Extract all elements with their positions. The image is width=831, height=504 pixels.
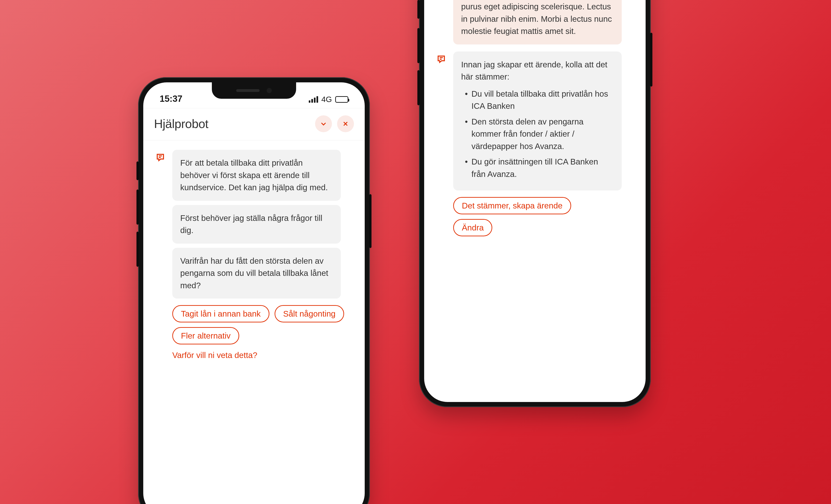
phone-side-button bbox=[418, 70, 420, 105]
bot-avatar bbox=[154, 151, 167, 164]
quick-reply-option[interactable]: Sålt någonting bbox=[275, 305, 344, 322]
quick-reply-group: Tagit lån i annan bank Sålt någonting Fl… bbox=[172, 305, 354, 345]
bot-message-group: Innan jag skapar ett ärende, kolla att d… bbox=[435, 52, 635, 191]
phone-screen: purus eget adipiscing scelerisque. Lectu… bbox=[424, 0, 646, 402]
minimize-button[interactable] bbox=[315, 115, 332, 132]
confirmation-item: Den största delen av pengarna kommer frå… bbox=[463, 116, 614, 153]
confirmation-list: Du vill betala tillbaka ditt privatlån h… bbox=[461, 88, 614, 180]
network-label: 4G bbox=[321, 95, 332, 104]
quick-reply-option[interactable]: Tagit lån i annan bank bbox=[172, 305, 269, 322]
bot-confirmation-message: Innan jag skapar ett ärende, kolla att d… bbox=[453, 52, 622, 191]
bot-message: För att betala tillbaka ditt privatlån b… bbox=[172, 150, 341, 201]
phone-side-button bbox=[137, 232, 139, 267]
change-button[interactable]: Ändra bbox=[453, 219, 492, 236]
phone-side-button bbox=[137, 189, 139, 225]
phone-screen: 15:37 4G Hjälprobot bbox=[143, 82, 365, 504]
battery-icon bbox=[335, 96, 348, 103]
phone-notch bbox=[212, 82, 296, 99]
chat-body[interactable]: purus eget adipiscing scelerisque. Lectu… bbox=[424, 0, 646, 236]
chevron-down-icon bbox=[320, 120, 327, 127]
close-icon bbox=[342, 120, 349, 127]
why-link[interactable]: Varför vill ni veta detta? bbox=[172, 351, 257, 360]
quick-reply-option[interactable]: Fler alternativ bbox=[172, 327, 239, 345]
status-indicators: 4G bbox=[309, 95, 348, 104]
chat-header: Hjälprobot bbox=[143, 108, 365, 140]
chat-bubble-icon bbox=[156, 153, 165, 162]
bot-avatar bbox=[435, 53, 448, 65]
bot-message: Varifrån har du fått den största delen a… bbox=[172, 248, 341, 299]
chat-body[interactable]: För att betala tillbaka ditt privatlån b… bbox=[143, 140, 365, 360]
confirm-button[interactable]: Det stämmer, skapa ärende bbox=[453, 197, 571, 214]
phone-side-button bbox=[650, 33, 652, 87]
phone-side-button bbox=[418, 28, 420, 63]
header-actions bbox=[315, 115, 354, 132]
phone-side-button bbox=[369, 194, 372, 248]
confirmation-item: Du gör insättningen till ICA Banken från… bbox=[463, 156, 614, 180]
bot-message-group: För att betala tillbaka ditt privatlån b… bbox=[154, 150, 354, 299]
confirmation-item: Du vill betala tillbaka ditt privatlån h… bbox=[463, 88, 614, 112]
chat-bubble-icon bbox=[436, 55, 446, 64]
chat-title: Hjälprobot bbox=[154, 117, 208, 131]
bot-message: Först behöver jag ställa några frågor ti… bbox=[172, 205, 341, 244]
user-message-group: purus eget adipiscing scelerisque. Lectu… bbox=[435, 0, 635, 45]
confirmation-intro: Innan jag skapar ett ärende, kolla att d… bbox=[461, 60, 607, 82]
phone-mockup-right: purus eget adipiscing scelerisque. Lectu… bbox=[419, 0, 651, 407]
signal-icon bbox=[309, 96, 318, 103]
status-time: 15:37 bbox=[160, 94, 182, 104]
close-button[interactable] bbox=[337, 115, 354, 132]
phone-side-button bbox=[137, 161, 139, 180]
user-message: purus eget adipiscing scelerisque. Lectu… bbox=[453, 0, 622, 45]
phone-side-button bbox=[418, 0, 420, 19]
quick-reply-group: Det stämmer, skapa ärende Ändra bbox=[453, 197, 635, 236]
phone-mockup-left: 15:37 4G Hjälprobot bbox=[138, 77, 370, 504]
